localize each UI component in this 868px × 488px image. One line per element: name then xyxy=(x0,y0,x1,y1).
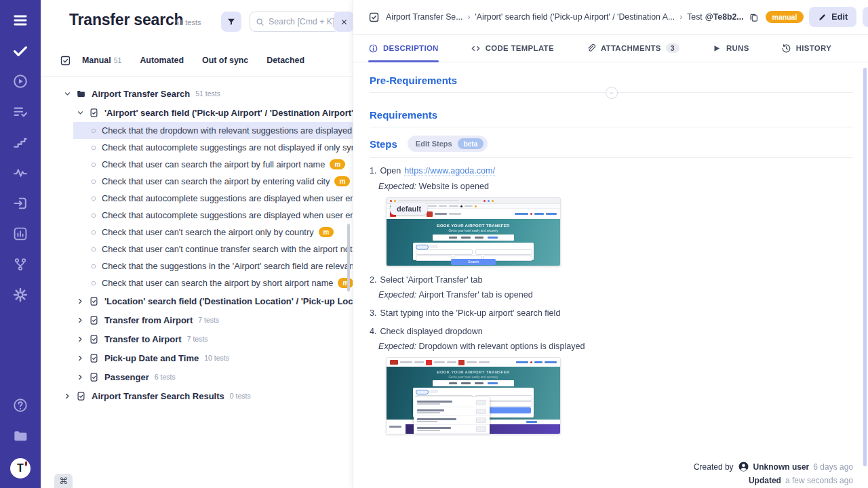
chev-right-icon[interactable] xyxy=(77,336,84,343)
test-case-row[interactable]: Check that autocomplete suggestions are … xyxy=(73,190,353,207)
test-case-row[interactable]: Check that user can search the airport b… xyxy=(73,274,353,291)
circle-icon xyxy=(90,144,97,151)
tests-count: 51 tests xyxy=(175,18,201,26)
nav-report-icon[interactable] xyxy=(12,226,28,242)
clear-search-button[interactable] xyxy=(334,12,353,32)
suite-row[interactable]: Transfer from Airport7 tests xyxy=(41,310,353,329)
circle-icon xyxy=(90,263,97,270)
test-case-row[interactable]: Check that user can search the airport b… xyxy=(73,156,353,173)
step-expected: Expected: Dropdown with relevant options… xyxy=(378,342,853,351)
step-screenshot[interactable]: BOOK YOUR AIRPORT TRANSFER Get to your h… xyxy=(386,197,561,266)
circle-icon xyxy=(90,178,97,185)
manual-mini-badge: m xyxy=(330,159,345,169)
select-all-icon[interactable] xyxy=(60,55,71,66)
suite-row[interactable]: Pick-up Date and Time10 tests xyxy=(41,348,353,367)
more-button[interactable]: ... xyxy=(863,7,868,27)
left-nav-rail: T xyxy=(0,0,41,488)
chevron-down-icon xyxy=(608,90,614,96)
test-case-row[interactable]: Check that autocomplete suggestings are … xyxy=(73,139,353,156)
tree-item-label: 'Location' search field ('Destination Lo… xyxy=(104,296,353,306)
nav-projects-icon[interactable] xyxy=(12,428,28,444)
chev-down-icon[interactable] xyxy=(77,109,84,117)
collapse-toggle[interactable] xyxy=(606,87,618,99)
tab-runs[interactable]: RUNS xyxy=(711,35,749,62)
copy-icon[interactable] xyxy=(749,12,759,22)
breadcrumb-suite[interactable]: Airport Transfer Se... xyxy=(386,12,462,22)
search-input[interactable]: Search [Cmd + K] xyxy=(250,12,339,32)
suite-tests-count: 7 tests xyxy=(198,316,219,324)
created-ago: 6 days ago xyxy=(813,462,853,472)
filter-tab-automated[interactable]: Automated xyxy=(140,56,184,65)
tab-description[interactable]: DESCRIPTION xyxy=(368,35,439,62)
edit-button[interactable]: Edit xyxy=(809,7,856,27)
beta-badge: beta xyxy=(458,138,484,149)
detail-scrollbar[interactable] xyxy=(863,68,867,466)
chev-down-icon[interactable] xyxy=(64,90,71,98)
test-case-row[interactable]: Check that user can't continue transfer … xyxy=(73,241,353,258)
suite-tests-count: 7 tests xyxy=(187,335,208,343)
user-avatar[interactable]: T xyxy=(10,458,31,479)
attachment-label: default xyxy=(391,203,427,215)
edit-steps-button[interactable]: Edit Steps beta xyxy=(408,136,488,152)
nav-steps-icon[interactable] xyxy=(12,134,28,150)
doc-icon xyxy=(89,108,99,118)
nav-play-circle-icon[interactable] xyxy=(12,73,28,89)
test-id[interactable]: @Te8b2... xyxy=(705,12,744,22)
tab-history[interactable]: HISTORY xyxy=(781,35,831,62)
suite-row[interactable]: Passenger6 tests xyxy=(41,367,353,386)
nav-check-icon[interactable] xyxy=(12,43,28,59)
nav-activity-icon[interactable] xyxy=(12,165,28,181)
filter-tab-out-of-sync[interactable]: Out of sync xyxy=(202,56,248,65)
nav-branch-icon[interactable] xyxy=(12,256,28,272)
test-case-row[interactable]: Check that the dropdown with relevant su… xyxy=(73,122,353,139)
shortcut-button[interactable]: ⌘ xyxy=(54,474,73,488)
step-screenshot[interactable]: BOOK YOUR AIRPORT TRANSFER Get to your h… xyxy=(386,357,561,434)
chev-right-icon[interactable] xyxy=(77,354,84,362)
tab-attachments[interactable]: ATTACHMENTS3 xyxy=(586,35,679,62)
nav-sign-in-icon[interactable] xyxy=(12,195,28,211)
circle-icon xyxy=(90,127,97,134)
test-case-row[interactable]: Check that autocomplete suggestions are … xyxy=(73,207,353,224)
nav-help-icon[interactable] xyxy=(12,397,28,413)
step-item: 3.Start typing into the 'Pick-up airport… xyxy=(370,308,853,318)
suite-row[interactable]: 'Location' search field ('Destination Lo… xyxy=(41,291,353,310)
nav-list-check-icon[interactable] xyxy=(12,104,28,120)
filter-tab-manual[interactable]: Manual51 xyxy=(82,56,121,65)
tree-scrollbar[interactable] xyxy=(347,224,350,291)
tree-item-label: Check that user can't continue transfer … xyxy=(102,244,352,254)
test-case-row[interactable]: Check that user can't search the airport… xyxy=(73,224,353,241)
header-actions: Edit ... xyxy=(809,7,868,27)
tree-item-label: Check that user can search the airport b… xyxy=(102,176,330,186)
chev-right-icon[interactable] xyxy=(77,373,84,381)
chev-right-icon[interactable] xyxy=(64,392,71,400)
nav-menu-icon[interactable] xyxy=(12,12,28,28)
manual-badge: manual xyxy=(766,11,804,23)
nav-gear-icon[interactable] xyxy=(12,287,28,303)
section-divider xyxy=(370,92,853,93)
circle-icon xyxy=(90,280,97,287)
suite-row[interactable]: Airport Transfer Search Results0 tests xyxy=(41,386,353,405)
chev-right-icon[interactable] xyxy=(77,317,84,324)
suite-row[interactable]: Airport Transfer Search51 tests xyxy=(41,84,353,103)
filter-button[interactable] xyxy=(221,12,241,32)
breadcrumb-subsuite[interactable]: 'Airport' search field ('Pick-up Airport… xyxy=(475,12,675,22)
step-number: 3. xyxy=(370,308,377,318)
updated-label: Updated xyxy=(749,476,781,485)
updated-ago: a few seconds ago xyxy=(785,476,853,485)
code-icon xyxy=(471,43,481,54)
tab-code-template[interactable]: CODE TEMPLATE xyxy=(471,35,554,62)
steps-header: Steps Edit Steps beta xyxy=(370,136,853,152)
breadcrumb-test[interactable]: Test xyxy=(687,12,703,22)
pencil-icon xyxy=(818,13,827,22)
suite-row[interactable]: Transfer to Airport7 tests xyxy=(41,329,353,348)
test-case-row[interactable]: Check that user can search the airport b… xyxy=(73,173,353,190)
test-case-row[interactable]: Check that the suggestions in the 'Airpo… xyxy=(73,258,353,274)
tree-item-label: Transfer from Airport xyxy=(104,315,193,325)
close-icon xyxy=(340,18,349,26)
tree-item-label: Check that the suggestions in the 'Airpo… xyxy=(102,261,353,271)
suite-row[interactable]: 'Airport' search field ('Pick-up Airport… xyxy=(41,103,353,122)
circle-icon xyxy=(90,229,97,236)
filter-tab-detached[interactable]: Detached xyxy=(267,56,304,65)
chev-right-icon[interactable] xyxy=(77,298,84,305)
step-link[interactable]: https://www.agoda.com/ xyxy=(404,166,495,176)
